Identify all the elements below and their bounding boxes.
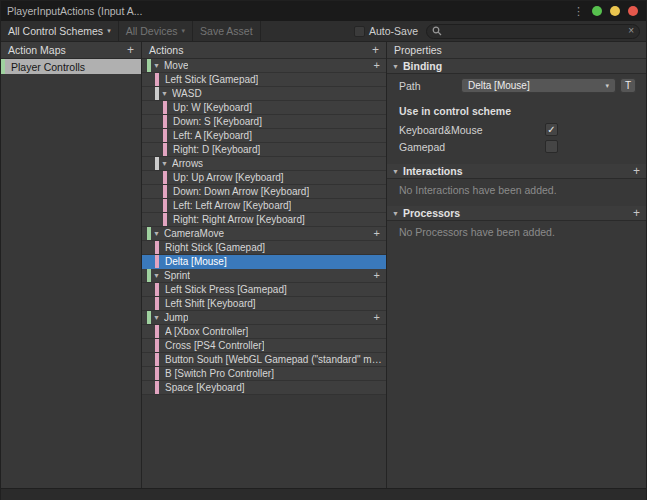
- action-maps-title: Action Maps: [8, 44, 66, 56]
- main-area: Action Maps + Player Controlls Actions +…: [1, 42, 646, 488]
- add-binding-icon[interactable]: +: [374, 312, 380, 323]
- row-label: Cross [PS4 Controller]: [165, 340, 264, 351]
- path-dropdown[interactable]: Delta [Mouse] ▾: [461, 78, 616, 93]
- action-row[interactable]: ▼Sprint+: [142, 269, 386, 283]
- foldout-icon[interactable]: ▼: [151, 62, 162, 69]
- foldout-icon[interactable]: ▼: [151, 230, 162, 237]
- binding-row[interactable]: Delta [Mouse]: [142, 255, 386, 269]
- processors-empty-text: No Processors have been added.: [387, 221, 646, 244]
- row-label: Jump: [164, 312, 188, 323]
- binding-section-header[interactable]: ▼ Binding: [387, 59, 646, 74]
- composite-row[interactable]: ▼Arrows: [142, 157, 386, 171]
- path-row: Path Delta [Mouse] ▾ T: [387, 74, 646, 97]
- action-row[interactable]: ▼CameraMove+: [142, 227, 386, 241]
- action-row[interactable]: ▼Move+: [142, 59, 386, 73]
- window-menu-icon[interactable]: ⋮: [573, 1, 584, 21]
- row-label: A [Xbox Controller]: [165, 326, 248, 337]
- search-input[interactable]: [446, 24, 628, 38]
- interactions-section-header[interactable]: ▼ Interactions +: [387, 164, 646, 179]
- keyboard-mouse-checkbox[interactable]: ✓: [545, 123, 558, 136]
- gamepad-checkbox[interactable]: [545, 140, 558, 153]
- binding-row[interactable]: B [Switch Pro Controller]: [142, 367, 386, 381]
- binding-row[interactable]: Left Stick [Gamepad]: [142, 73, 386, 87]
- titlebar[interactable]: PlayerInputActions (Input A... ⋮: [1, 1, 646, 21]
- properties-header: Properties: [387, 42, 646, 59]
- add-processor-icon[interactable]: +: [633, 207, 640, 219]
- binding-color-strip: [155, 325, 159, 338]
- row-label: CameraMove: [164, 228, 224, 239]
- add-action-icon[interactable]: +: [372, 44, 379, 56]
- binding-row[interactable]: Right: Right Arrow [Keyboard]: [142, 213, 386, 227]
- binding-row[interactable]: Left: Left Arrow [Keyboard]: [142, 199, 386, 213]
- binding-row[interactable]: Up: W [Keyboard]: [142, 101, 386, 115]
- row-label: Left: A [Keyboard]: [173, 130, 252, 141]
- row-label: Move: [164, 60, 188, 71]
- row-label: Right Stick [Gamepad]: [165, 242, 265, 253]
- part-color-strip: [163, 185, 167, 198]
- action-maps-header: Action Maps +: [1, 42, 141, 59]
- save-asset-button[interactable]: Save Asset: [193, 21, 261, 41]
- binding-row[interactable]: Left Stick Press [Gamepad]: [142, 283, 386, 297]
- input-actions-window: PlayerInputActions (Input A... ⋮ All Con…: [0, 0, 647, 500]
- row-label: Down: Down Arrow [Keyboard]: [173, 186, 309, 197]
- action-maps-panel: Action Maps + Player Controlls: [1, 42, 142, 488]
- row-label: Space [Keyboard]: [165, 382, 245, 393]
- binding-row[interactable]: Space [Keyboard]: [142, 381, 386, 395]
- add-binding-icon[interactable]: +: [374, 60, 380, 71]
- foldout-icon[interactable]: ▼: [159, 90, 170, 97]
- binding-row[interactable]: Right: D [Keyboard]: [142, 143, 386, 157]
- binding-color-strip: [155, 241, 159, 254]
- binding-row[interactable]: Button South [WebGL Gamepad ("standard" …: [142, 353, 386, 367]
- part-color-strip: [163, 213, 167, 226]
- binding-row[interactable]: Down: Down Arrow [Keyboard]: [142, 185, 386, 199]
- window-control-yellow-icon[interactable]: [610, 6, 620, 16]
- search-input-container[interactable]: ×: [426, 24, 640, 39]
- actions-header: Actions +: [142, 42, 386, 59]
- foldout-icon[interactable]: ▼: [151, 314, 162, 321]
- clear-search-icon[interactable]: ×: [628, 26, 634, 36]
- add-binding-icon[interactable]: +: [374, 228, 380, 239]
- path-text-mode-button[interactable]: T: [620, 78, 636, 93]
- binding-row[interactable]: Left: A [Keyboard]: [142, 129, 386, 143]
- window-control-red-icon[interactable]: [628, 6, 638, 16]
- foldout-icon: ▼: [392, 210, 403, 217]
- scheme-label: Keyboard&Mouse: [399, 124, 545, 136]
- save-asset-label: Save Asset: [200, 25, 253, 37]
- window-control-green-icon[interactable]: [592, 6, 602, 16]
- binding-row[interactable]: Right Stick [Gamepad]: [142, 241, 386, 255]
- foldout-icon[interactable]: ▼: [159, 160, 170, 167]
- control-schemes-dropdown[interactable]: All Control Schemes ▾: [1, 21, 119, 41]
- binding-row[interactable]: A [Xbox Controller]: [142, 325, 386, 339]
- auto-save-label: Auto-Save: [369, 25, 418, 37]
- processors-section-header[interactable]: ▼ Processors +: [387, 206, 646, 221]
- add-binding-icon[interactable]: +: [374, 270, 380, 281]
- row-label: Up: W [Keyboard]: [173, 102, 252, 113]
- binding-row[interactable]: Down: S [Keyboard]: [142, 115, 386, 129]
- binding-color-strip: [155, 255, 159, 268]
- binding-row[interactable]: Left Shift [Keyboard]: [142, 297, 386, 311]
- action-map-item[interactable]: Player Controlls: [1, 59, 141, 74]
- scheme-row-keyboard-mouse: Keyboard&Mouse ✓: [387, 121, 646, 138]
- binding-color-strip: [155, 381, 159, 394]
- chevron-down-icon: ▾: [107, 27, 111, 35]
- row-label: Arrows: [172, 158, 203, 169]
- foldout-icon: ▼: [392, 168, 403, 175]
- action-row[interactable]: ▼Jump+: [142, 311, 386, 325]
- properties-panel: Properties ▼ Binding Path Delta [Mouse] …: [387, 42, 646, 488]
- actions-panel: Actions + ▼Move+Left Stick [Gamepad]▼WAS…: [142, 42, 387, 488]
- row-label: Right: D [Keyboard]: [173, 144, 260, 155]
- binding-row[interactable]: Up: Up Arrow [Keyboard]: [142, 171, 386, 185]
- part-color-strip: [163, 199, 167, 212]
- search-icon: [432, 26, 442, 36]
- part-color-strip: [163, 115, 167, 128]
- actions-title: Actions: [149, 44, 183, 56]
- composite-row[interactable]: ▼WASD: [142, 87, 386, 101]
- binding-row[interactable]: Cross [PS4 Controller]: [142, 339, 386, 353]
- chevron-down-icon: ▾: [182, 27, 186, 35]
- add-interaction-icon[interactable]: +: [633, 165, 640, 177]
- add-action-map-icon[interactable]: +: [127, 44, 134, 56]
- foldout-icon[interactable]: ▼: [151, 272, 162, 279]
- binding-color-strip: [155, 297, 159, 310]
- auto-save-checkbox[interactable]: [354, 26, 365, 37]
- devices-dropdown[interactable]: All Devices ▾: [119, 21, 193, 41]
